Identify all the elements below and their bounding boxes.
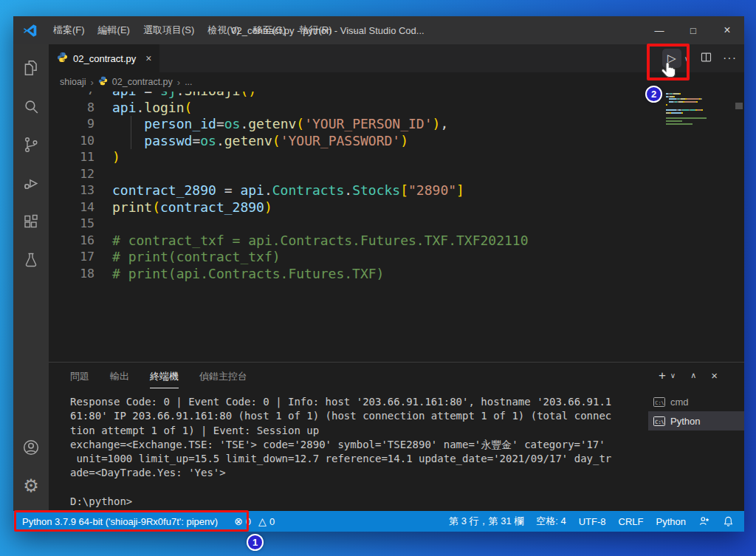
menu-run[interactable]: 執行(R) (292, 16, 338, 44)
language-mode-status[interactable]: Python (656, 516, 686, 527)
title-bar: 檔案(F) 編輯(E) 選取項目(S) 檢視(V) 移至(G) 執行(R) ··… (13, 16, 744, 44)
sidebar-item-testing[interactable] (13, 241, 49, 279)
terminal-prompt: D:\python> (70, 495, 648, 509)
menu-overflow-icon[interactable]: ··· (338, 16, 365, 44)
window-controls: — □ × (642, 16, 744, 44)
status-bar: Python 3.7.9 64-bit ('shioaji-9Rx0fu7t':… (13, 511, 744, 532)
menu-file[interactable]: 檔案(F) (47, 16, 92, 44)
terminal-line: Response Code: 0 | Event Code: 0 | Info:… (70, 395, 648, 409)
close-button[interactable]: × (710, 16, 744, 44)
menu-view[interactable]: 檢視(V) (201, 16, 246, 44)
run-python-file-button[interactable]: ▷ (662, 49, 681, 68)
code-lines: 7api = sj.Shioaji()8api.login(9 person_i… (49, 92, 729, 282)
activity-bar: ⚙ (13, 44, 49, 511)
close-panel-icon[interactable]: × (711, 369, 718, 382)
code-line: 17# print(contract_txf) (49, 249, 729, 266)
code-editor[interactable]: 7api = sj.Shioaji()8api.login(9 person_i… (49, 92, 744, 362)
tab-label: 02_contract.py (73, 53, 136, 64)
sidebar-item-explorer[interactable] (13, 49, 49, 87)
tab-problems[interactable]: 問題 (70, 363, 89, 388)
terminal-icon: C:\ (653, 416, 665, 426)
terminal-output[interactable]: Response Code: 0 | Event Code: 0 | Info:… (49, 388, 648, 511)
editor-actions: ▷ ∨ ··· (662, 44, 737, 72)
warning-icon: △ (258, 515, 267, 527)
sidebar-item-extensions[interactable] (13, 202, 49, 241)
editor-tab-bar: 02_contract.py × ▷ ∨ ··· (49, 44, 744, 72)
terminal-line: unit=1000 limit_up=15.5 limit_down=12.7 … (70, 452, 648, 466)
editor-scrollbar[interactable] (734, 92, 744, 362)
terminal-list-item-cmd[interactable]: C:\ cmd (648, 392, 744, 411)
terminal-line (70, 481, 648, 495)
menu-selection[interactable]: 選取項目(S) (137, 16, 201, 44)
vscode-window: 檔案(F) 編輯(E) 選取項目(S) 檢視(V) 移至(G) 執行(R) ··… (13, 16, 744, 532)
notifications-bell-icon[interactable] (723, 515, 734, 527)
terminal-line: ade=<DayTrade.Yes: 'Yes'> (70, 466, 648, 480)
settings-button[interactable]: ⚙ (13, 467, 49, 505)
minimap-line (666, 112, 734, 114)
vscode-logo-icon (22, 23, 38, 38)
sidebar-item-source-control[interactable] (13, 126, 49, 164)
terminal-dropdown-icon[interactable]: ∨ (670, 371, 676, 380)
code-line: 18# print(api.Contracts.Futures.TXF) (49, 266, 729, 283)
minimap-line (666, 98, 734, 100)
minimap-line (666, 93, 734, 95)
terminal-icon: C:\ (653, 397, 665, 407)
breadcrumb-symbol[interactable]: ... (185, 77, 192, 87)
terminal-label: cmd (670, 397, 689, 408)
terminal-line: exchange=<Exchange.TSE: 'TSE'> code='289… (70, 438, 648, 452)
error-count: 0 (246, 516, 251, 527)
breadcrumb-file[interactable]: 02_contract.py (112, 77, 173, 87)
code-line: 7api = sj.Shioaji() (49, 92, 729, 100)
minimap-line (666, 101, 734, 103)
terminal-list-item-python[interactable]: C:\ Python (648, 411, 744, 430)
indentation-status[interactable]: 空格: 4 (536, 515, 566, 528)
code-line: 16# contract_txf = api.Contracts.Futures… (49, 233, 729, 250)
code-line: 12 (49, 166, 729, 183)
terminal-line: 61:80' IP 203.66.91.161:80 (host 1 of 1)… (70, 409, 648, 423)
problems-status[interactable]: ⊗ 0 △ 0 (234, 515, 275, 527)
minimap-line (666, 115, 734, 117)
minimize-button[interactable]: — (642, 16, 676, 44)
account-button[interactable] (13, 428, 49, 467)
source-control-icon (22, 136, 40, 154)
encoding-status[interactable]: UTF-8 (579, 516, 606, 527)
eol-status[interactable]: CRLF (619, 516, 644, 527)
sidebar-item-search[interactable] (13, 87, 49, 126)
minimap-line (666, 123, 734, 125)
minimap-line (666, 106, 734, 108)
code-line: 9 person_id=os.getenv('YOUR_PERSON_ID'), (49, 116, 729, 133)
terminal-label: Python (670, 416, 700, 427)
minimap-line (666, 96, 734, 97)
run-dropdown-icon[interactable]: ∨ (684, 55, 690, 63)
split-editor-icon[interactable] (700, 51, 712, 66)
tab-02-contract-py[interactable]: 02_contract.py × (49, 44, 159, 72)
bottom-panel: 問題 輸出 終端機 偵錯主控台 + ∨ ∧ × Respo (49, 362, 744, 511)
tab-terminal[interactable]: 終端機 (150, 363, 179, 388)
maximize-panel-icon[interactable]: ∧ (690, 371, 696, 380)
breadcrumb-folder[interactable]: shioaji (60, 77, 86, 87)
svg-text:C:\: C:\ (655, 419, 664, 425)
feedback-icon[interactable] (698, 515, 710, 527)
menu-go[interactable]: 移至(G) (247, 16, 293, 44)
step-badge-1: 1 (247, 534, 264, 551)
tab-close-icon[interactable]: × (145, 52, 151, 64)
tab-debug-console[interactable]: 偵錯主控台 (199, 363, 247, 388)
minimap-line (666, 117, 734, 119)
minimap-line (666, 104, 734, 106)
cursor-position-status[interactable]: 第 3 行，第 31 欄 (449, 515, 523, 528)
more-actions-icon[interactable]: ··· (723, 52, 737, 65)
maximize-button[interactable]: □ (676, 16, 710, 44)
code-line: 11) (49, 149, 729, 166)
panel-tab-bar: 問題 輸出 終端機 偵錯主控台 + ∨ ∧ × (49, 363, 744, 388)
code-line: 14print(contract_2890) (49, 199, 729, 216)
menu-edit[interactable]: 編輯(E) (92, 16, 137, 44)
code-line: 8api.login( (49, 100, 729, 117)
sidebar-item-run-debug[interactable] (13, 164, 49, 202)
code-line: 10 passwd=os.getenv('YOUR_PASSWORD') (49, 133, 729, 150)
tab-output[interactable]: 輸出 (110, 363, 129, 388)
new-terminal-icon[interactable]: + (659, 368, 666, 383)
scrollbar-thumb[interactable] (735, 103, 743, 109)
warning-count: 0 (269, 516, 275, 527)
minimap[interactable] (666, 93, 734, 126)
python-interpreter-status[interactable]: Python 3.7.9 64-bit ('shioaji-9Rx0fu7t':… (22, 516, 218, 527)
